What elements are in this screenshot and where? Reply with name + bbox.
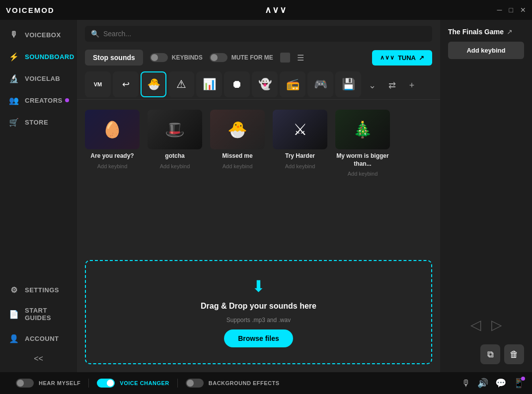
stop-sounds-button[interactable]: Stop sounds [85, 50, 143, 66]
sound-card-3[interactable]: 🐣 Missed me Add keybind [210, 110, 265, 250]
phone-bottom-icon[interactable]: 📱 [513, 378, 524, 389]
sidebar-item-startguides[interactable]: 📄 START GUIDES [0, 301, 77, 328]
sidebar-item-creators[interactable]: 👥 CREATORS [0, 89, 77, 111]
bg-effects-knob [187, 380, 194, 387]
creators-icon: 👥 [9, 95, 19, 105]
tab-record[interactable]: ⏺ [224, 71, 250, 97]
tab-ghost[interactable]: 👻 [252, 71, 278, 97]
playback-controls: ◁ ▷ [448, 305, 524, 344]
settings-icon: ⚙ [9, 285, 19, 295]
list-view-icon[interactable]: ☰ [297, 53, 304, 63]
sidebar: 🎙 VOICEBOX ⚡ SOUNDBOARD 🔬 VOICELAB 👥 CRE… [0, 20, 77, 372]
sidebar-item-soundboard[interactable]: ⚡ SOUNDBOARD [0, 46, 77, 67]
sound-name-4: Try Harder [285, 152, 315, 160]
collapse-button[interactable]: << [0, 349, 77, 368]
hear-myself-group: HEAR MYSELF [8, 379, 89, 388]
drop-zone[interactable]: ⬇ Drag & Drop your sounds here Supports … [85, 260, 432, 364]
tab-more-button[interactable]: ⌄ [363, 76, 381, 94]
mute-toggle[interactable] [210, 53, 228, 62]
sidebar-label-voicelab: VOICELAB [25, 75, 60, 82]
tab-warning[interactable]: ⚠ [168, 71, 194, 97]
tab-mario[interactable]: 🎮 [307, 71, 333, 97]
tab-recent[interactable]: ↩ [113, 71, 139, 97]
sidebar-label-store: STORE [25, 119, 48, 126]
sound-name-2: gotcha [165, 152, 184, 160]
panel-actions: ⧉ 🗑 [448, 344, 524, 364]
sound-keybind-4[interactable]: Add keybind [285, 163, 315, 169]
hear-myself-label: HEAR MYSELF [39, 380, 80, 386]
sound-keybind-2[interactable]: Add keybind [160, 163, 190, 169]
sidebar-label-soundboard: SOUNDBOARD [25, 53, 75, 61]
tab-active[interactable]: 🐣 [141, 71, 166, 97]
game-link-icon[interactable]: ↗ [507, 28, 513, 36]
tab-bars[interactable]: 📊 [196, 71, 222, 97]
tab-disk[interactable]: 💾 [335, 71, 361, 97]
voice-changer-label: VOICE CHANGER [120, 380, 169, 386]
notification-dot [65, 98, 69, 102]
sound-card-5[interactable]: 🎄 My worm is bigger than... Add keybind [335, 110, 390, 250]
toggle-knob [151, 54, 158, 61]
sidebar-item-settings[interactable]: ⚙ SETTINGS [0, 279, 77, 301]
sidebar-item-account[interactable]: 👤 ACCOUNT [0, 328, 77, 349]
voice-changer-knob [107, 380, 114, 387]
bg-effects-toggle[interactable] [186, 379, 204, 388]
drop-title: Drag & Drop your sounds here [201, 302, 316, 311]
sidebar-item-voicelab[interactable]: 🔬 VOICELAB [0, 67, 77, 89]
collapse-icon: << [34, 354, 43, 363]
sound-keybind-1[interactable]: Add keybind [97, 163, 128, 169]
voice-changer-group: VOICE CHANGER [89, 379, 177, 388]
sidebar-label-voicebox: VOICEBOX [25, 31, 61, 39]
tuna-logo-icon: ∧∨∨ [380, 54, 395, 61]
tuna-button[interactable]: ∧∨∨ TUNA ↗ [372, 50, 432, 66]
sound-card-2[interactable]: 🎩 gotcha Add keybind [148, 110, 202, 250]
sidebar-item-voicebox[interactable]: 🎙 VOICEBOX [0, 24, 77, 46]
sound-thumb-1: 🥚 [85, 110, 140, 149]
microphone-bottom-icon[interactable]: 🎙 [461, 378, 470, 389]
minimize-icon[interactable]: ─ [497, 6, 502, 14]
tab-radio[interactable]: 📻 [280, 71, 305, 97]
keybinds-toggle[interactable] [150, 53, 168, 62]
phone-notification-dot [521, 377, 525, 381]
sound-keybind-5[interactable]: Add keybind [348, 171, 378, 177]
add-keybind-button[interactable]: Add keybind [448, 42, 524, 59]
download-icon: ⬇ [252, 277, 265, 296]
game-title: The Finals Game [448, 28, 504, 36]
sound-name-5: My worm is bigger than... [335, 152, 390, 168]
bg-effects-group: BACKGROUND EFFECTS [178, 379, 288, 388]
tab-voicemod[interactable]: VM [85, 71, 111, 97]
search-input[interactable] [103, 30, 426, 38]
sound-keybind-3[interactable]: Add keybind [223, 163, 253, 169]
chat-bottom-icon[interactable]: 💬 [495, 378, 506, 389]
category-tabs: VM ↩ 🐣 ⚠ 📊 ⏺ 👻 📻 🎮 💾 ⌄ ⇄ + [77, 71, 440, 100]
volume-bottom-icon[interactable]: 🔊 [477, 378, 488, 389]
main-content: 🔍 Stop sounds KEYBINDS MUTE FOR ME ☰ [77, 20, 440, 372]
tab-add-button[interactable]: + [403, 76, 421, 94]
app-logo-center: ∧∨∨ [265, 4, 287, 15]
title-bar: VOICEMOD ∧∨∨ ─ □ ✕ [0, 0, 532, 20]
sound-name-1: Are you ready? [90, 152, 134, 160]
mute-label: MUTE FOR ME [231, 54, 273, 61]
trash-icon: 🗑 [510, 349, 519, 360]
guides-icon: 📄 [9, 309, 19, 319]
maximize-icon[interactable]: □ [509, 6, 513, 14]
app-logo: VOICEMOD [6, 6, 55, 14]
tab-swap-button[interactable]: ⇄ [383, 76, 401, 94]
sound-card-1[interactable]: 🥚 Are you ready? Add keybind [85, 110, 140, 250]
browse-files-button[interactable]: Browse files [224, 329, 293, 347]
sidebar-label-startguides: START GUIDES [25, 307, 68, 322]
bg-effects-label: BACKGROUND EFFECTS [209, 380, 280, 386]
prev-icon[interactable]: ◁ [470, 317, 481, 333]
copy-button[interactable]: ⧉ [480, 344, 500, 364]
toolbar: 🔍 [77, 20, 440, 48]
sound-thumb-5: 🎄 [335, 110, 390, 149]
sidebar-item-store[interactable]: 🛒 STORE [0, 111, 77, 133]
voice-changer-toggle[interactable] [97, 379, 115, 388]
sound-card-4[interactable]: ⚔ Try Harder Add keybind [273, 110, 327, 250]
next-icon[interactable]: ▷ [491, 317, 502, 333]
square-toggle[interactable] [280, 53, 290, 63]
sound-grid: 🥚 Are you ready? Add keybind 🎩 gotcha Ad… [77, 100, 440, 260]
close-icon[interactable]: ✕ [520, 6, 526, 14]
delete-button[interactable]: 🗑 [504, 344, 524, 364]
account-icon: 👤 [9, 333, 19, 343]
hear-myself-toggle[interactable] [16, 379, 34, 388]
